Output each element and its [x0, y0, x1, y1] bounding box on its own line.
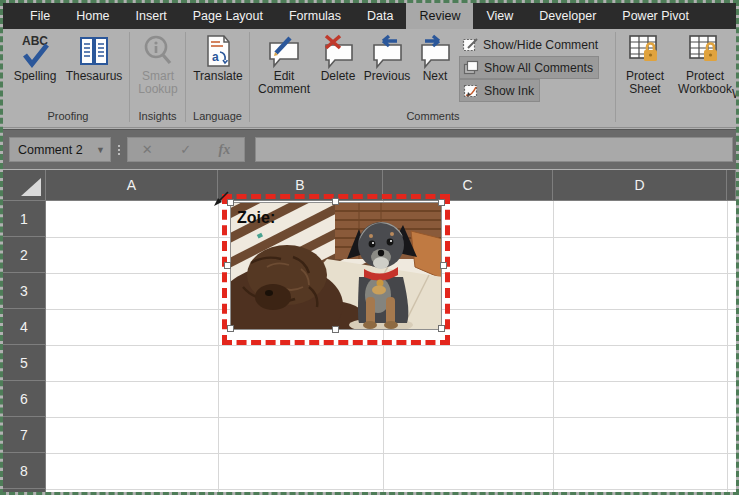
show-ink-icon: [463, 82, 480, 99]
column-header-partial[interactable]: [727, 170, 736, 201]
select-all-button[interactable]: [3, 170, 46, 201]
tab-home[interactable]: Home: [63, 3, 122, 29]
select-all-triangle-icon: [21, 178, 41, 196]
cancel-button[interactable]: ✕: [142, 142, 153, 157]
show-hide-comment-label: Show/Hide Comment: [483, 38, 598, 52]
row-header-partial[interactable]: [3, 489, 46, 495]
thesaurus-label: Thesaurus: [66, 70, 123, 83]
resize-handle-bottom-right[interactable]: [438, 325, 445, 332]
show-hide-comment-toggle[interactable]: Show/Hide Comment: [459, 33, 603, 56]
resize-handle-top-right[interactable]: [438, 199, 445, 206]
show-ink-toggle[interactable]: Show Ink: [459, 79, 540, 102]
row-header-5[interactable]: 5: [3, 345, 46, 381]
group-label-proofing: Proofing: [8, 110, 128, 125]
tab-view[interactable]: View: [473, 3, 526, 29]
clipped-button-text: W: [732, 87, 739, 101]
resize-handle-middle-left[interactable]: [224, 262, 231, 269]
tab-data[interactable]: Data: [354, 3, 406, 29]
resize-handle-middle-right[interactable]: [440, 262, 447, 269]
gridline: [46, 417, 736, 418]
name-box-dropdown-icon[interactable]: ▼: [96, 145, 105, 155]
tab-power-pivot[interactable]: Power Pivot: [609, 3, 702, 29]
formula-bar-grip[interactable]: [111, 145, 127, 155]
row-header-6[interactable]: 6: [3, 381, 46, 417]
smart-lookup-icon: [142, 32, 174, 70]
gridline: [218, 201, 219, 492]
row-header-8[interactable]: 8: [3, 453, 46, 489]
translate-icon: a: [203, 32, 233, 70]
protect-sheet-label: Protect Sheet: [619, 70, 671, 97]
svg-text:a: a: [212, 50, 219, 64]
translate-label: Translate: [193, 70, 243, 83]
comment-edit-border[interactable]: [222, 194, 450, 345]
row-header-4[interactable]: 4: [3, 309, 46, 345]
edit-comment-button[interactable]: Edit Comment: [255, 32, 313, 97]
protect-workbook-button[interactable]: Protect Workbook: [673, 32, 737, 97]
delete-comment-icon: [320, 32, 356, 70]
tab-developer[interactable]: Developer: [526, 3, 609, 29]
group-separator: [129, 32, 130, 122]
spelling-label: Spelling: [14, 70, 57, 83]
formula-bar-buttons: ✕ ✓ fx: [127, 137, 245, 162]
gridline: [46, 345, 736, 346]
enter-button[interactable]: ✓: [180, 142, 191, 157]
delete-comment-button[interactable]: Delete: [315, 32, 361, 83]
row-header-2[interactable]: 2: [3, 237, 46, 273]
previous-comment-icon: [369, 32, 405, 70]
name-box-value: Comment 2: [18, 143, 96, 157]
column-header-a[interactable]: A: [46, 170, 218, 201]
gridline: [46, 489, 736, 490]
translate-button[interactable]: a Translate: [189, 32, 247, 83]
next-comment-button[interactable]: Next: [415, 32, 455, 83]
next-comment-icon: [417, 32, 453, 70]
resize-handle-bottom-middle[interactable]: [332, 326, 339, 333]
gridline: [46, 381, 736, 382]
show-all-comments-label: Show All Comments: [484, 61, 593, 75]
column-header-d[interactable]: D: [553, 170, 727, 201]
show-hide-comment-icon: [462, 36, 479, 53]
edit-comment-label: Edit Comment: [255, 70, 313, 97]
comment-box[interactable]: Zoie:: [222, 194, 450, 345]
row-header-7[interactable]: 7: [3, 417, 46, 453]
thesaurus-book-icon: [78, 32, 110, 70]
tab-formulas[interactable]: Formulas: [276, 3, 354, 29]
group-label-comments: Comments: [253, 110, 613, 125]
name-box[interactable]: Comment 2 ▼: [9, 137, 111, 162]
row-header-3[interactable]: 3: [3, 273, 46, 309]
gridline: [727, 201, 728, 492]
spelling-check-icon: ABC: [18, 32, 52, 70]
smart-lookup-button[interactable]: Smart Lookup: [133, 32, 183, 97]
group-separator: [185, 32, 186, 122]
show-all-comments-toggle[interactable]: Show All Comments: [459, 56, 599, 79]
ribbon: ABC Spelling Thesaurus: [3, 29, 736, 128]
protect-workbook-label: Protect Workbook: [673, 70, 737, 97]
ribbon-tab-bar: File Home Insert Page Layout Formulas Da…: [3, 3, 736, 29]
smart-lookup-label: Smart Lookup: [133, 70, 183, 97]
formula-bar: Comment 2 ▼ ✕ ✓ fx: [3, 129, 736, 169]
resize-handle-bottom-left[interactable]: [227, 325, 234, 332]
thesaurus-button[interactable]: Thesaurus: [61, 32, 127, 83]
resize-handle-top-middle[interactable]: [332, 198, 339, 205]
group-separator: [249, 32, 250, 122]
spelling-button[interactable]: ABC Spelling: [9, 32, 61, 83]
protect-workbook-icon: [687, 32, 723, 70]
tab-page-layout[interactable]: Page Layout: [180, 3, 276, 29]
group-label-language: Language: [187, 110, 248, 125]
previous-comment-button[interactable]: Previous: [359, 32, 415, 83]
formula-input[interactable]: [255, 137, 733, 162]
delete-comment-label: Delete: [321, 70, 356, 83]
resize-handle-top-left[interactable]: [227, 199, 234, 206]
edit-comment-icon: [266, 32, 302, 70]
row-header-1[interactable]: 1: [3, 201, 46, 237]
gridline: [553, 201, 554, 492]
tab-insert[interactable]: Insert: [123, 3, 180, 29]
group-separator: [615, 32, 616, 122]
tab-file[interactable]: File: [17, 3, 63, 29]
protect-sheet-button[interactable]: Protect Sheet: [619, 32, 671, 97]
gridline: [46, 453, 736, 454]
insert-function-button[interactable]: fx: [219, 142, 231, 158]
show-ink-label: Show Ink: [484, 84, 534, 98]
tab-review[interactable]: Review: [406, 3, 473, 29]
group-label-insights: Insights: [131, 110, 184, 125]
excel-window: File Home Insert Page Layout Formulas Da…: [0, 0, 739, 495]
